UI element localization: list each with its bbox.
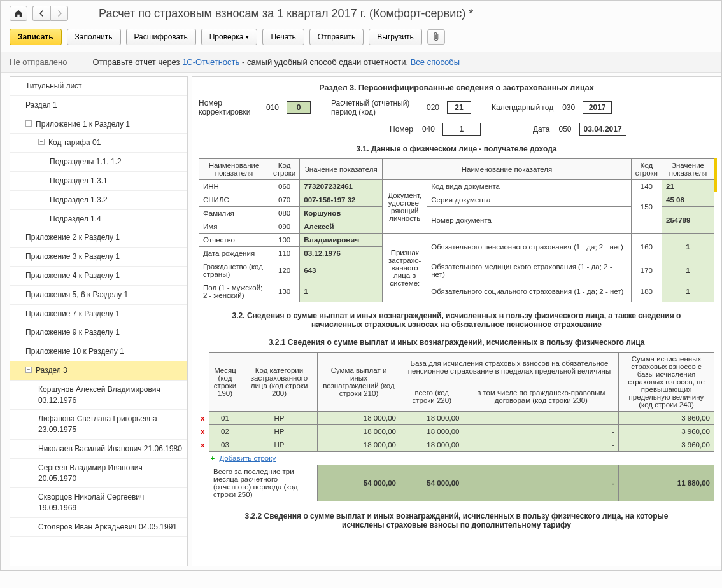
- sidebar-item-label: Титульный лист: [25, 81, 82, 92]
- sidebar-item-1[interactable]: Раздел 1: [10, 96, 187, 115]
- nav-sidebar[interactable]: Титульный листРаздел 1−Приложение 1 к Ра…: [10, 76, 188, 566]
- sidebar-item-11[interactable]: Приложения 5, 6 к Разделу 1: [10, 286, 187, 305]
- total-sum: 54 000,00: [318, 465, 400, 501]
- home-button[interactable]: [10, 6, 27, 21]
- month-cell[interactable]: x03: [209, 438, 241, 452]
- base-cell[interactable]: 18 000,00: [400, 438, 464, 452]
- send-button[interactable]: Отправить: [309, 29, 364, 45]
- medical-flag[interactable]: 1: [662, 260, 714, 281]
- date-value[interactable]: 03.04.2017: [579, 123, 626, 136]
- category-cell[interactable]: НР: [241, 425, 318, 438]
- category-cell[interactable]: НР: [241, 412, 318, 425]
- sidebar-item-13[interactable]: Приложение 9 к Разделу 1: [10, 323, 187, 342]
- citizenship-value[interactable]: 643: [300, 260, 383, 281]
- year-value[interactable]: 2017: [583, 101, 612, 114]
- pension-flag[interactable]: 1: [662, 234, 714, 260]
- export-button[interactable]: Выгрузить: [369, 29, 422, 45]
- decode-button[interactable]: Расшифровать: [126, 29, 196, 45]
- sidebar-item-label: Скворцов Николай Сергеевич 19.09.1969: [38, 492, 182, 514]
- tree-toggle-icon[interactable]: −: [25, 367, 32, 373]
- snils-value[interactable]: 007-156-197 32: [300, 193, 383, 207]
- corr-label: Номер корректировки: [199, 99, 257, 116]
- social-flag[interactable]: 1: [662, 281, 714, 302]
- inn-value[interactable]: 773207232461: [300, 180, 383, 193]
- contrib-cell[interactable]: 3 960,00: [619, 425, 714, 438]
- sidebar-item-17[interactable]: Лифанова Светлана Григорьевна 23.09.1975: [10, 410, 187, 440]
- check-button[interactable]: Проверка▾: [201, 29, 258, 45]
- docser-value[interactable]: 45 08: [662, 193, 714, 207]
- contrib-cell[interactable]: 3 960,00: [619, 438, 714, 452]
- back-button[interactable]: [32, 6, 50, 21]
- total-contrib: 11 880,00: [619, 465, 714, 501]
- num-code: 040: [418, 125, 439, 134]
- sum-cell[interactable]: 18 000,00: [318, 412, 400, 425]
- corr-value[interactable]: 0: [287, 101, 311, 114]
- sidebar-item-label: Раздел 3: [36, 365, 67, 376]
- sidebar-item-5[interactable]: Подраздел 1.3.1: [10, 172, 187, 191]
- sidebar-item-21[interactable]: Столяров Иван Аркадьевич 04.05.1991: [10, 518, 187, 537]
- sidebar-item-label: Подраздел 1.4: [50, 214, 101, 225]
- delete-row-icon[interactable]: x: [201, 428, 204, 435]
- delete-row-icon[interactable]: x: [201, 441, 204, 449]
- tree-toggle-icon[interactable]: −: [25, 120, 32, 127]
- sum-cell[interactable]: 18 000,00: [318, 438, 400, 452]
- sidebar-item-label: Сергеев Владимир Иванович 20.05.1970: [38, 463, 182, 484]
- sidebar-item-4[interactable]: Подразделы 1.1, 1.2: [10, 153, 187, 172]
- year-code: 030: [558, 103, 579, 112]
- sidebar-item-19[interactable]: Сергеев Владимир Иванович 20.05.1970: [10, 459, 187, 489]
- forward-button[interactable]: [50, 6, 68, 21]
- s321-title: 3.2.1 Сведения о сумме выплат и иных воз…: [199, 338, 714, 347]
- sidebar-item-label: Николаев Василий Иванович 21.06.1980: [38, 444, 182, 454]
- dob-value[interactable]: 03.12.1976: [300, 247, 383, 260]
- sum-cell[interactable]: 18 000,00: [318, 425, 400, 438]
- category-cell[interactable]: НР: [241, 438, 318, 452]
- doctype-value[interactable]: 21: [662, 180, 714, 193]
- base-cell[interactable]: 18 000,00: [400, 412, 464, 425]
- attach-button[interactable]: [427, 29, 445, 45]
- sidebar-item-15[interactable]: −Раздел 3: [10, 361, 187, 381]
- num-value[interactable]: 1: [442, 123, 481, 136]
- link-1s-report[interactable]: 1С-Отчетность: [182, 57, 239, 67]
- table-row: x01НР18 000,0018 000,00-3 960,00: [209, 412, 714, 425]
- surname-value[interactable]: Коршунов: [300, 207, 383, 220]
- sidebar-item-9[interactable]: Приложение 3 к Разделу 1: [10, 248, 187, 267]
- gpd-cell[interactable]: -: [464, 412, 618, 425]
- sidebar-item-label: Приложение 10 к Разделу 1: [25, 346, 124, 357]
- month-cell[interactable]: x02: [209, 425, 241, 438]
- sidebar-item-18[interactable]: Николаев Василий Иванович 21.06.1980: [10, 440, 187, 459]
- period-value[interactable]: 21: [447, 101, 471, 114]
- sex-value[interactable]: 1: [300, 281, 383, 302]
- contrib-cell[interactable]: 3 960,00: [619, 412, 714, 425]
- gpd-cell[interactable]: -: [464, 425, 618, 438]
- sidebar-item-6[interactable]: Подраздел 1.3.2: [10, 191, 187, 210]
- link-all-methods[interactable]: Все способы: [411, 57, 460, 67]
- month-cell[interactable]: x01: [209, 412, 241, 425]
- sidebar-item-14[interactable]: Приложение 10 к Разделу 1: [10, 342, 187, 361]
- base-cell[interactable]: 18 000,00: [400, 425, 464, 438]
- tree-toggle-icon[interactable]: −: [38, 139, 45, 145]
- sidebar-item-0[interactable]: Титульный лист: [10, 77, 187, 96]
- sidebar-item-label: Раздел 1: [25, 100, 57, 111]
- sidebar-item-2[interactable]: −Приложение 1 к Разделу 1: [10, 115, 187, 134]
- sidebar-item-10[interactable]: Приложение 4 к Разделу 1: [10, 267, 187, 286]
- sidebar-item-label: Код тарифа 01: [48, 137, 101, 148]
- corr-code: 010: [262, 103, 283, 112]
- write-button[interactable]: Записать: [10, 29, 62, 45]
- print-button[interactable]: Печать: [262, 29, 304, 45]
- name-value[interactable]: Алексей: [300, 220, 383, 234]
- sidebar-item-3[interactable]: −Код тарифа 01: [10, 134, 187, 153]
- sidebar-item-12[interactable]: Приложение 7 к Разделу 1: [10, 305, 187, 324]
- gpd-cell[interactable]: -: [464, 438, 618, 452]
- patronymic-value[interactable]: Владимирович: [300, 234, 383, 247]
- sidebar-item-7[interactable]: Подраздел 1.4: [10, 210, 187, 229]
- sidebar-item-16[interactable]: Коршунов Алексей Владимирович 03.12.1976: [10, 381, 187, 410]
- fill-button[interactable]: Заполнить: [67, 29, 121, 45]
- docnum-value[interactable]: 254789: [662, 207, 714, 234]
- main-content: Раздел 3. Персонифицированные сведения о…: [192, 76, 721, 566]
- sidebar-item-label: Приложение 7 к Разделу 1: [25, 309, 120, 319]
- delete-row-icon[interactable]: x: [201, 414, 204, 422]
- sidebar-item-8[interactable]: Приложение 2 к Разделу 1: [10, 228, 187, 248]
- sidebar-item-20[interactable]: Скворцов Николай Сергеевич 19.09.1969: [10, 488, 187, 518]
- table-row: x03НР18 000,0018 000,00-3 960,00: [209, 438, 714, 452]
- add-row-link[interactable]: Добавить строку: [219, 454, 276, 462]
